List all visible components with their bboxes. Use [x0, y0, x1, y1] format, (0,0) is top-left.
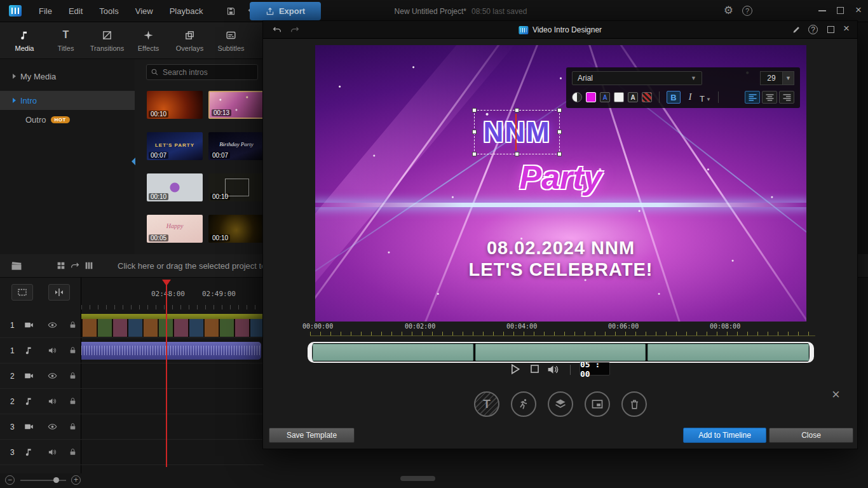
resize-handle[interactable] — [557, 108, 562, 112]
font-family-select[interactable]: Arial ▼ — [572, 71, 702, 85]
help-icon[interactable]: ? — [742, 6, 752, 16]
intro-thumbnail[interactable]: 00:10 — [208, 173, 264, 201]
maximize-button[interactable] — [837, 7, 844, 14]
delete-tool-button[interactable] — [621, 391, 647, 417]
room-switch-icon[interactable] — [10, 259, 23, 272]
lock-icon[interactable] — [69, 448, 77, 456]
ruler-ticks[interactable] — [81, 305, 264, 309]
intro-thumbnail[interactable]: 00:10 — [147, 173, 203, 201]
text-style-button[interactable]: T ▼ — [700, 91, 711, 104]
bold-button[interactable]: B — [667, 91, 681, 104]
title-text[interactable]: NNM — [483, 116, 550, 148]
resize-handle[interactable] — [557, 152, 562, 156]
deselect-close-icon[interactable]: × — [832, 386, 840, 403]
font-size-input[interactable]: 29 — [760, 71, 783, 85]
contrast-toggle-swatch[interactable] — [572, 92, 582, 102]
resize-handle[interactable] — [515, 108, 519, 112]
horizontal-scrollbar[interactable] — [400, 476, 435, 481]
pip-tool-button[interactable] — [585, 391, 610, 417]
mute-speaker-icon[interactable] — [48, 346, 57, 355]
play-button[interactable] — [508, 363, 521, 376]
tab-titles[interactable]: T Titles — [45, 22, 86, 58]
align-center-button[interactable] — [762, 91, 777, 104]
lock-icon[interactable] — [69, 346, 77, 355]
intro-thumbnail[interactable]: 00:10 — [208, 215, 264, 243]
intro-thumbnail[interactable]: Happy00:05 — [147, 215, 203, 243]
zoom-slider-handle[interactable] — [53, 477, 59, 483]
mute-speaker-icon[interactable] — [48, 396, 57, 406]
intro-thumbnail[interactable]: 00:13 — [208, 91, 264, 119]
range-select-button[interactable] — [11, 284, 33, 301]
align-right-button[interactable] — [779, 91, 794, 104]
date-text[interactable]: 08.02.2024 NNM — [315, 238, 806, 259]
volume-button[interactable] — [546, 363, 560, 376]
save-template-button[interactable]: Save Template — [269, 428, 355, 443]
tab-overlays[interactable]: Overlays — [169, 22, 210, 58]
menu-tools[interactable]: Tools — [91, 6, 126, 16]
lock-icon[interactable] — [69, 321, 77, 329]
lock-icon[interactable] — [69, 423, 77, 431]
intro-thumbnail[interactable]: Birthday Party00:07 — [208, 132, 264, 160]
export-button[interactable]: Export — [250, 2, 321, 20]
resize-handle[interactable] — [472, 130, 477, 134]
menu-file[interactable]: File — [31, 6, 60, 16]
tab-subtitles[interactable]: Subtitles — [210, 22, 252, 58]
border-color-button[interactable]: A — [628, 92, 638, 102]
white-color-swatch[interactable] — [614, 92, 624, 102]
align-left-button[interactable] — [745, 91, 760, 104]
visibility-eye-icon[interactable] — [48, 320, 57, 330]
zoom-slider-track[interactable] — [20, 480, 66, 481]
italic-button[interactable]: I — [684, 91, 696, 104]
layers-tool-button[interactable] — [548, 391, 573, 417]
zoom-out-button[interactable]: − — [5, 475, 15, 485]
lock-icon[interactable] — [69, 397, 77, 405]
search-input[interactable] — [163, 68, 245, 77]
minimize-button[interactable] — [818, 10, 826, 11]
forward-icon[interactable] — [290, 25, 300, 35]
snap-playhead-button[interactable] — [48, 284, 70, 301]
trim-segment[interactable] — [648, 344, 809, 361]
trim-segment[interactable] — [475, 344, 645, 361]
intro-thumbnail[interactable]: LET'S PARTY00:07 — [147, 132, 203, 160]
trim-bar[interactable] — [308, 342, 814, 363]
fill-color-swatch[interactable] — [586, 92, 596, 102]
menu-view[interactable]: View — [127, 6, 161, 16]
menu-playback[interactable]: Playback — [161, 6, 212, 16]
font-color-button[interactable]: A — [600, 92, 610, 102]
stop-button[interactable] — [529, 363, 541, 375]
dialog-help-icon[interactable]: ? — [808, 25, 818, 34]
motion-tool-button[interactable] — [511, 391, 536, 417]
dialog-maximize-button[interactable] — [827, 26, 834, 33]
close-dialog-button[interactable]: Close — [769, 428, 853, 443]
mute-speaker-icon[interactable] — [48, 447, 57, 457]
dialog-ruler-ticks[interactable] — [310, 332, 815, 336]
intro-thumbnail[interactable]: 00:10 — [147, 91, 203, 119]
dialog-close-button[interactable]: × — [843, 22, 850, 35]
resize-handle[interactable] — [515, 152, 519, 156]
video-preview[interactable]: NNM Party 08.02.2024 NNM LET'S CELEBRATE… — [315, 45, 806, 322]
settings-gear-icon[interactable]: ⚙ — [724, 5, 733, 16]
tab-media[interactable]: Media — [4, 22, 45, 58]
tree-item-intro[interactable]: Intro — [0, 91, 135, 110]
track-manager-icon[interactable] — [84, 261, 94, 271]
tab-effects[interactable]: Effects — [128, 22, 169, 58]
tree-item-my-media[interactable]: My Media — [0, 67, 135, 86]
visibility-eye-icon[interactable] — [48, 422, 57, 431]
collapse-panel-button[interactable] — [132, 158, 135, 165]
trim-segment[interactable] — [313, 344, 473, 361]
selected-text-box[interactable]: NNM — [474, 110, 560, 154]
save-icon[interactable] — [226, 6, 236, 16]
video-clip[interactable] — [81, 314, 264, 337]
resize-handle[interactable] — [557, 130, 562, 134]
texture-swatch[interactable] — [642, 92, 652, 102]
back-icon[interactable] — [272, 25, 282, 35]
text-tool-button[interactable]: T — [474, 391, 499, 417]
track-undo-icon[interactable] — [70, 261, 80, 271]
resize-handle[interactable] — [472, 152, 477, 156]
zoom-in-button[interactable]: + — [71, 475, 81, 485]
celebrate-text[interactable]: LET'S CELEBRATE! — [315, 259, 806, 280]
pen-icon[interactable] — [792, 25, 801, 34]
visibility-eye-icon[interactable] — [48, 371, 57, 381]
resize-handle[interactable] — [472, 108, 477, 112]
font-size-dropdown-button[interactable]: ▼ — [783, 71, 794, 85]
